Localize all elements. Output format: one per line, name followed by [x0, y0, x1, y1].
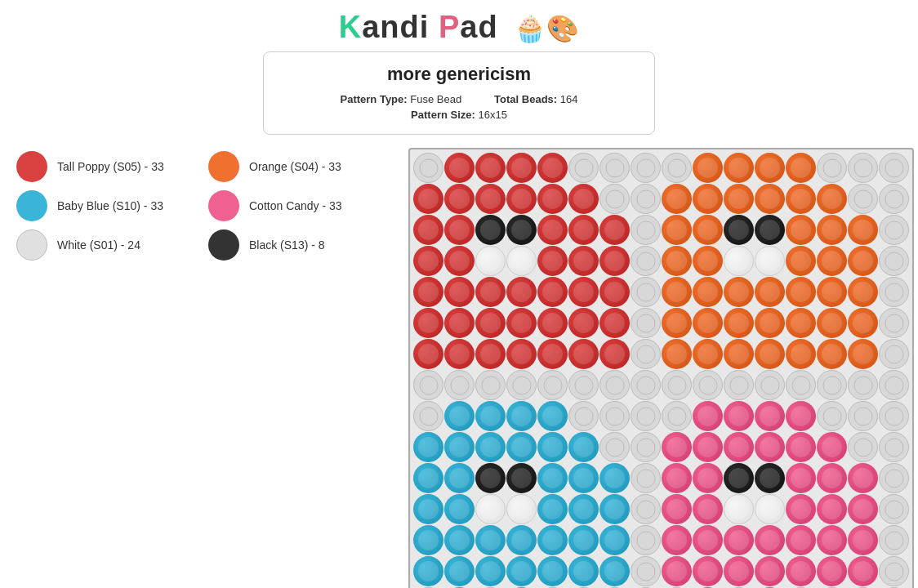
bead	[475, 215, 506, 245]
bead	[506, 308, 537, 338]
bead	[413, 556, 443, 586]
bead	[475, 494, 506, 524]
bead	[475, 184, 506, 214]
header: Kandi Pad 🧁🎨	[0, 0, 918, 51]
bead	[724, 401, 754, 431]
bead	[848, 308, 878, 338]
bead	[537, 308, 568, 338]
bead	[755, 153, 785, 183]
legend-label-4: White (S01) - 24	[57, 238, 140, 252]
logo-k: K	[339, 10, 362, 44]
total-beads-label: Total Beads:	[494, 93, 557, 105]
bead	[413, 463, 443, 493]
bead	[444, 153, 475, 183]
bead	[568, 463, 599, 493]
bead	[724, 556, 754, 586]
bead	[693, 215, 723, 245]
pattern-title: more genericism	[280, 64, 638, 85]
bead	[506, 277, 537, 307]
bead	[724, 277, 754, 307]
pattern-container	[408, 148, 914, 588]
bead	[444, 277, 475, 307]
bead	[817, 432, 847, 462]
bead	[568, 339, 599, 369]
bead	[848, 153, 878, 183]
bead	[879, 401, 909, 431]
logo-ad: ad	[460, 10, 497, 44]
bead	[537, 184, 568, 214]
bead	[817, 153, 847, 183]
bead	[537, 246, 568, 276]
bead	[475, 525, 506, 555]
bead	[413, 277, 443, 307]
bead	[599, 215, 630, 245]
bead	[568, 277, 599, 307]
bead	[817, 215, 847, 245]
legend: Tall Poppy (S05) - 33 Orange (S04) - 33 …	[16, 148, 392, 588]
bead	[693, 370, 723, 400]
bead	[599, 308, 630, 338]
bead	[693, 277, 723, 307]
bead	[475, 153, 506, 183]
bead	[724, 308, 754, 338]
bead	[506, 463, 537, 493]
bead	[817, 556, 847, 586]
bead	[786, 370, 816, 400]
bead	[444, 556, 475, 586]
bead	[506, 556, 537, 586]
bead	[413, 339, 443, 369]
bead	[848, 525, 878, 555]
bead	[506, 401, 537, 431]
bead	[599, 401, 630, 431]
bead	[444, 339, 475, 369]
bead	[755, 556, 785, 586]
bead	[599, 525, 630, 555]
swatch-black	[208, 229, 239, 261]
bead	[475, 432, 506, 462]
bead	[475, 556, 506, 586]
bead	[631, 184, 661, 214]
bead	[755, 308, 785, 338]
bead	[537, 556, 568, 586]
bead	[879, 184, 909, 214]
bead	[568, 432, 599, 462]
bead	[817, 246, 847, 276]
bead	[662, 339, 692, 369]
bead	[662, 401, 692, 431]
bead	[599, 463, 630, 493]
bead	[568, 525, 599, 555]
bead	[755, 370, 785, 400]
bead	[724, 339, 754, 369]
bead	[537, 432, 568, 462]
bead	[848, 339, 878, 369]
bead	[786, 494, 816, 524]
bead	[444, 432, 475, 462]
bead	[537, 525, 568, 555]
total-beads-value: 164	[560, 93, 578, 105]
bead	[786, 432, 816, 462]
bead	[755, 246, 785, 276]
bead	[413, 153, 443, 183]
bead	[631, 556, 661, 586]
legend-item-3: Cotton Candy - 33	[208, 190, 392, 221]
bead	[662, 308, 692, 338]
bead-grid	[408, 148, 914, 588]
bead	[599, 494, 630, 524]
bead	[413, 184, 443, 214]
bead	[848, 494, 878, 524]
bead	[848, 246, 878, 276]
bead	[879, 432, 909, 462]
bead	[506, 246, 537, 276]
page-wrapper: Kandi Pad 🧁🎨 more genericism Pattern Typ…	[0, 0, 918, 588]
bead	[786, 308, 816, 338]
bead	[599, 339, 630, 369]
bead	[755, 277, 785, 307]
bead	[662, 370, 692, 400]
bead	[755, 525, 785, 555]
bead	[444, 494, 475, 524]
bead	[537, 153, 568, 183]
bead	[537, 370, 568, 400]
legend-item-2: Baby Blue (S10) - 33	[16, 190, 200, 221]
bead	[848, 432, 878, 462]
bead	[475, 246, 506, 276]
